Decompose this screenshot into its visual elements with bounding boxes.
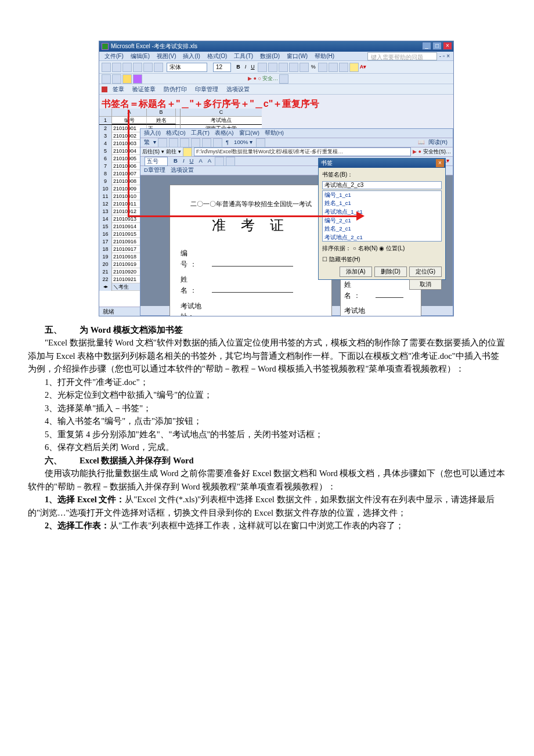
addon-sealmgr[interactable]: D章管理 bbox=[142, 166, 167, 175]
hide-bookmark-check[interactable]: ☐ 隐藏书签(H) bbox=[322, 255, 442, 264]
row-header[interactable]: 19 bbox=[99, 253, 112, 261]
addon-options[interactable]: 选项设置 bbox=[223, 85, 252, 94]
font-name-combo[interactable]: 宋体 bbox=[167, 63, 207, 72]
delete-button[interactable]: 删除(D) bbox=[374, 267, 407, 277]
row-header[interactable]: 13 bbox=[99, 208, 112, 215]
close-icon[interactable]: × bbox=[436, 159, 444, 167]
align-center-icon[interactable] bbox=[268, 63, 277, 72]
menu-format[interactable]: 格式(O) bbox=[164, 129, 187, 138]
underline-button[interactable]: U bbox=[249, 63, 257, 71]
paragraph-icon[interactable]: ¶ bbox=[224, 138, 230, 147]
row-header[interactable]: 7 bbox=[99, 163, 112, 170]
col-header-c[interactable]: C bbox=[181, 109, 262, 117]
row-header[interactable]: 16 bbox=[99, 231, 112, 238]
row-header[interactable]: 3 bbox=[99, 132, 112, 140]
tb-icon[interactable] bbox=[191, 138, 200, 147]
back-label[interactable]: 后往(S) bbox=[142, 148, 160, 156]
col-header-a[interactable]: A bbox=[112, 109, 147, 116]
align-right-icon[interactable] bbox=[279, 63, 288, 72]
tb-icon[interactable] bbox=[202, 138, 211, 147]
font-color-icon[interactable]: A▾ bbox=[360, 63, 367, 71]
menu-tools[interactable]: 工具(T) bbox=[189, 129, 211, 138]
sort-name-radio[interactable]: ○ 名称(N) bbox=[353, 245, 378, 251]
tb-icon[interactable] bbox=[102, 74, 111, 84]
addon-sign[interactable]: 签章 bbox=[110, 85, 127, 94]
addon-sealmgr[interactable]: 印章管理 bbox=[192, 85, 221, 94]
row-header[interactable]: 9 bbox=[99, 178, 112, 185]
row-header[interactable]: 21 bbox=[99, 268, 112, 276]
row-header[interactable]: 6 bbox=[99, 155, 112, 163]
sort-loc-radio[interactable]: ◉ 位置(L) bbox=[379, 245, 405, 251]
menu-insert[interactable]: 插入(I) bbox=[180, 52, 203, 61]
menu-format[interactable]: 格式(O) bbox=[204, 52, 230, 61]
tb-icon[interactable] bbox=[180, 138, 189, 147]
row-header[interactable]: 10 bbox=[99, 185, 112, 193]
tb-icon[interactable] bbox=[154, 63, 163, 72]
list-item[interactable]: 姓名_1_c1 bbox=[323, 199, 441, 208]
menu-file[interactable]: 文件(F) bbox=[102, 52, 127, 61]
addon-options[interactable]: 选项设置 bbox=[169, 166, 196, 175]
tc-button[interactable]: 繁 bbox=[142, 138, 151, 147]
indent-dec-icon[interactable] bbox=[318, 63, 327, 72]
minimize-icon[interactable]: _ bbox=[422, 42, 431, 50]
row-header[interactable]: 4 bbox=[99, 140, 112, 147]
bookmark-name-input[interactable] bbox=[322, 181, 442, 189]
security-label[interactable]: 安全性(S)… bbox=[423, 148, 451, 156]
list-item[interactable]: 考试地点_2_c1 bbox=[323, 233, 441, 241]
add-button[interactable]: 添加(A) bbox=[340, 267, 372, 277]
underline-button[interactable]: U bbox=[188, 157, 196, 165]
align-icon[interactable] bbox=[226, 157, 235, 166]
maximize-icon[interactable]: □ bbox=[432, 42, 442, 50]
sheet-tabs[interactable]: ◂▸ bbox=[99, 283, 112, 291]
menu-view[interactable]: 视图(V) bbox=[154, 52, 179, 61]
font-size-combo[interactable]: 五号 bbox=[145, 157, 168, 166]
list-item[interactable]: 编号_2_c1 bbox=[323, 217, 441, 225]
menu-insert[interactable]: 插入(I) bbox=[142, 129, 163, 138]
tb-icon[interactable] bbox=[102, 63, 111, 72]
font-shrink-icon[interactable]: A bbox=[206, 157, 213, 165]
row-header[interactable]: 20 bbox=[99, 261, 112, 268]
row-header[interactable]: 5 bbox=[99, 147, 112, 155]
tb-icon[interactable] bbox=[256, 138, 265, 147]
row-header[interactable]: 8 bbox=[99, 170, 112, 178]
list-item[interactable]: 编号_1_c1 bbox=[323, 191, 441, 200]
row-header[interactable]: 18 bbox=[99, 246, 112, 253]
list-item[interactable]: 姓名_2_c1 bbox=[323, 225, 441, 233]
header-site[interactable]: 考试地点 bbox=[181, 117, 262, 125]
row-header[interactable]: 11 bbox=[99, 193, 112, 200]
fill-color-icon[interactable] bbox=[349, 63, 359, 72]
align-left-icon[interactable] bbox=[258, 63, 267, 72]
tb-icon[interactable] bbox=[158, 138, 167, 147]
italic-button[interactable]: I bbox=[243, 63, 248, 71]
tb-icon[interactable] bbox=[169, 138, 178, 147]
row-header[interactable]: 15 bbox=[99, 223, 112, 231]
row-header[interactable]: 22 bbox=[99, 276, 112, 283]
addon-verify[interactable]: 验证签章 bbox=[129, 85, 158, 94]
tb-icon[interactable] bbox=[143, 63, 153, 72]
tb-icon[interactable] bbox=[112, 74, 121, 84]
secure-label[interactable]: 安全… bbox=[262, 75, 278, 83]
row-header[interactable]: 2 bbox=[99, 125, 112, 132]
header-id[interactable]: 编号 bbox=[112, 117, 147, 124]
select-all-cell[interactable] bbox=[99, 109, 112, 116]
tb-icon[interactable] bbox=[122, 74, 132, 84]
cancel-button[interactable]: 取消 bbox=[409, 279, 442, 290]
merge-icon[interactable] bbox=[289, 63, 298, 72]
menu-data[interactable]: 数据(D) bbox=[257, 52, 283, 61]
menu-help[interactable]: 帮助(H) bbox=[312, 52, 337, 61]
row-header[interactable]: 1 bbox=[99, 117, 112, 124]
read-button[interactable]: 📖 阅读(R) bbox=[416, 138, 451, 147]
tb-icon[interactable] bbox=[122, 63, 132, 72]
addon-print[interactable]: 防伪打印 bbox=[161, 85, 190, 94]
align-icon[interactable] bbox=[215, 157, 224, 166]
font-grow-icon[interactable]: A bbox=[197, 157, 204, 165]
currency-icon[interactable] bbox=[300, 63, 309, 72]
tb-icon[interactable] bbox=[112, 63, 121, 72]
col-header-b[interactable]: B bbox=[147, 109, 176, 116]
doc-close-icon[interactable]: - ▫ × bbox=[438, 52, 451, 61]
border-icon[interactable] bbox=[339, 63, 348, 72]
tb-icon[interactable] bbox=[213, 138, 222, 147]
zoom-combo[interactable]: 100% ▾ bbox=[232, 138, 254, 147]
header-name[interactable]: 姓名 bbox=[147, 117, 176, 124]
menu-table[interactable]: 表格(A) bbox=[213, 129, 236, 138]
